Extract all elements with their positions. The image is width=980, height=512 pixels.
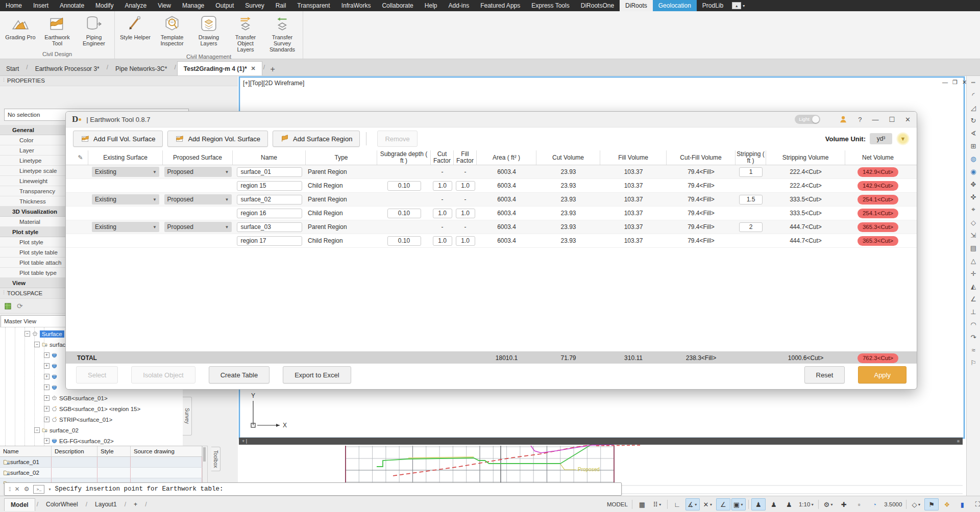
account-icon[interactable] bbox=[839, 115, 848, 124]
prodlib-app-icon[interactable]: ▮ bbox=[955, 498, 969, 510]
fillet-tool-icon[interactable]: ◜ bbox=[969, 90, 978, 99]
marker-tool-icon[interactable]: ✥ bbox=[969, 180, 978, 189]
geomap-tool-icon[interactable]: ◍ bbox=[969, 154, 978, 163]
menu-tab-modify[interactable]: Modify bbox=[90, 0, 119, 11]
command-close-icon[interactable]: ✕ bbox=[15, 485, 20, 493]
model-space-button[interactable]: MODEL bbox=[605, 498, 629, 510]
object-snap-icon[interactable]: ▣▼ bbox=[731, 498, 746, 510]
command-grip-icon[interactable]: ⁞⁞ bbox=[9, 487, 11, 492]
menu-tab-rail[interactable]: Rail bbox=[270, 0, 292, 11]
new-drawing-tab-button[interactable]: + bbox=[266, 63, 279, 75]
col-header-style[interactable]: Style bbox=[97, 446, 131, 456]
redo-tool-icon[interactable]: ↷ bbox=[969, 332, 978, 342]
collapse-icon[interactable]: − bbox=[34, 427, 40, 433]
app-store-icon[interactable]: ❖ bbox=[940, 498, 954, 510]
proposed-surface-dropdown[interactable]: Proposed▼ bbox=[164, 194, 232, 204]
graphics-performance-icon[interactable]: ◔ bbox=[867, 498, 881, 510]
menu-tab-collaborate[interactable]: Collaborate bbox=[376, 0, 419, 11]
fill-factor-input[interactable]: 1.0 bbox=[456, 209, 475, 218]
menu-tab-infraworks[interactable]: InfraWorks bbox=[336, 0, 377, 11]
col-header-name[interactable]: Name bbox=[0, 446, 52, 456]
arc-tool-icon[interactable]: ◠ bbox=[969, 320, 978, 329]
toolspace-cube-icon[interactable] bbox=[4, 302, 12, 310]
layout-tool-icon[interactable]: ▤ bbox=[969, 243, 978, 252]
transfer-survey-standards-button[interactable]: Transfer Survey Standards bbox=[264, 12, 301, 53]
menu-tab-insert[interactable]: Insert bbox=[28, 0, 54, 11]
menu-tab-output[interactable]: Output bbox=[210, 0, 239, 11]
command-prompt-text[interactable]: Specify insertion point for Earthwork ta… bbox=[55, 485, 223, 493]
cut-factor-input[interactable]: 1.0 bbox=[433, 236, 452, 246]
subgrade-depth-input[interactable]: 0.10 bbox=[387, 209, 421, 218]
name-input[interactable]: region 17 bbox=[237, 236, 302, 246]
isodraft-icon[interactable]: ✕▼ bbox=[701, 498, 715, 510]
menu-tab-express-tools[interactable]: Express Tools bbox=[526, 0, 575, 11]
transfer-object-layers-button[interactable]: Transfer Object Layers bbox=[227, 12, 264, 53]
zoom-extents-tool-icon[interactable]: ⇲ bbox=[969, 231, 978, 240]
menu-tab-help[interactable]: Help bbox=[419, 0, 443, 11]
grading-pro-button[interactable]: Grading Pro bbox=[2, 12, 39, 50]
name-input[interactable]: surface_02 bbox=[237, 195, 302, 204]
fill-factor-input[interactable]: 1.0 bbox=[456, 181, 475, 191]
perpendicular-tool-icon[interactable]: ⊥ bbox=[969, 307, 978, 316]
surface-list-scrollbar[interactable] bbox=[202, 446, 208, 484]
new-layout-button[interactable]: + bbox=[128, 498, 143, 510]
menu-tab-prodlib[interactable]: ProdLib bbox=[697, 0, 729, 11]
collapse-icon[interactable]: − bbox=[24, 331, 30, 337]
surface-tool-icon[interactable]: ◭ bbox=[969, 281, 978, 291]
viewport-minimize-icon[interactable]: — bbox=[942, 79, 948, 86]
export-to-excel-button[interactable]: Export to Excel bbox=[283, 366, 351, 383]
existing-surface-dropdown[interactable]: Existing▼ bbox=[92, 194, 159, 204]
tree-item-strip-surface-01-[interactable]: +STRIP<surface_01> bbox=[0, 414, 183, 425]
angle-tool-icon[interactable]: ∢ bbox=[969, 129, 978, 138]
snap-mode-icon[interactable]: ⠿▼ bbox=[650, 498, 665, 510]
fill-factor-input[interactable]: 1.0 bbox=[456, 236, 475, 246]
tree-item-sgb-surface-01-region-15-[interactable]: +SGB<surface_01> <region 15> bbox=[0, 403, 183, 414]
help-icon[interactable]: ? bbox=[858, 116, 862, 123]
menu-tab-home[interactable]: Home bbox=[0, 0, 28, 11]
viewport-splitter[interactable]: + |≡ bbox=[239, 438, 963, 445]
palette-tab-toolbox[interactable]: Toolbox bbox=[211, 447, 220, 471]
col-header-description[interactable]: Description bbox=[52, 446, 97, 456]
name-input[interactable]: region 16 bbox=[237, 209, 302, 218]
reset-button[interactable]: Reset bbox=[804, 366, 845, 383]
clean-screen-icon[interactable]: ⛶ bbox=[970, 498, 980, 510]
add-full-vol-surface-button[interactable]: Add Full Vol. Surface bbox=[73, 131, 163, 147]
piping-engineer-button[interactable]: Piping Engineer bbox=[76, 12, 112, 50]
maximize-icon[interactable]: ☐ bbox=[889, 116, 895, 123]
subgrade-depth-input[interactable]: 0.10 bbox=[387, 236, 421, 246]
viewport-label[interactable]: [+][Top][2D Wireframe] bbox=[243, 80, 304, 87]
col-header-source-drawing[interactable]: Source drawing bbox=[131, 446, 202, 456]
command-history-caret-icon[interactable]: ▾ bbox=[48, 487, 51, 492]
annotation-tag-icon[interactable]: ⚑ bbox=[924, 498, 939, 510]
point-tool-icon[interactable]: ⌖ bbox=[969, 205, 978, 214]
expand-icon[interactable]: + bbox=[44, 352, 50, 358]
name-input[interactable]: surface_03 bbox=[237, 222, 302, 232]
existing-surface-dropdown[interactable]: Existing▼ bbox=[92, 222, 159, 232]
refresh-icon[interactable]: ⟳ bbox=[17, 302, 23, 310]
menu-tab-geolocation[interactable]: Geolocation bbox=[653, 0, 697, 11]
geolocation-tool-icon[interactable]: ◉ bbox=[969, 167, 978, 176]
tree-item-eg-fg-surface-02-[interactable]: +EG-FG<surface_02> bbox=[0, 436, 183, 446]
angle-measure-tool-icon[interactable]: ∠ bbox=[969, 294, 978, 303]
proposed-surface-dropdown[interactable]: Proposed▼ bbox=[164, 167, 232, 177]
annotation-scale-button[interactable]: 1:10▼ bbox=[797, 498, 816, 510]
expand-icon[interactable]: + bbox=[44, 385, 50, 390]
apply-button[interactable]: Apply bbox=[858, 366, 906, 383]
drawing-layers-button[interactable]: Drawing Layers bbox=[190, 12, 227, 53]
menu-tab-dirootsone[interactable]: DiRootsOne bbox=[575, 0, 620, 11]
annotation-visibility-icon[interactable]: ♟ bbox=[751, 498, 766, 510]
cut-factor-input[interactable]: 1.0 bbox=[433, 181, 452, 191]
menu-tab-view[interactable]: View bbox=[152, 0, 177, 11]
command-tools-icon[interactable]: ⚙ bbox=[24, 485, 30, 493]
style-helper-button[interactable]: Style Helper bbox=[117, 12, 154, 53]
stripping-input[interactable]: 1.5 bbox=[739, 195, 763, 204]
drawing-tab-2[interactable]: Earthwork Processor 3* bbox=[29, 62, 106, 75]
create-table-button[interactable]: Create Table bbox=[209, 366, 270, 383]
close-icon[interactable]: ✕ bbox=[905, 116, 911, 123]
subgrade-depth-input[interactable]: 0.10 bbox=[387, 181, 421, 191]
expand-icon[interactable]: + bbox=[44, 417, 50, 422]
layout-tab-model[interactable]: Model bbox=[4, 498, 35, 511]
cut-factor-input[interactable]: 1.0 bbox=[433, 209, 452, 218]
volume-unit-dropdown[interactable]: yd³ bbox=[870, 133, 892, 144]
cross-tool-icon[interactable]: ✛ bbox=[969, 269, 978, 278]
